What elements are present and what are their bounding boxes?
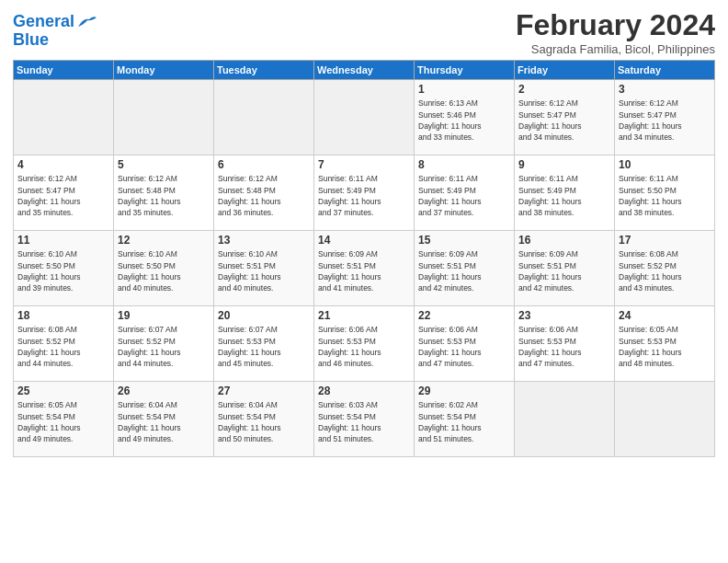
header-thursday: Thursday xyxy=(415,61,515,80)
day-info: Sunrise: 6:07 AM Sunset: 5:52 PM Dayligh… xyxy=(118,324,210,369)
day-number: 14 xyxy=(318,234,410,247)
day-info: Sunrise: 6:09 AM Sunset: 5:51 PM Dayligh… xyxy=(418,248,510,293)
day-number: 24 xyxy=(619,309,711,322)
table-row: 21Sunrise: 6:06 AM Sunset: 5:53 PM Dayli… xyxy=(314,306,415,382)
day-number: 6 xyxy=(218,158,310,171)
day-info: Sunrise: 6:12 AM Sunset: 5:47 PM Dayligh… xyxy=(619,98,711,143)
logo-bird-icon xyxy=(76,14,97,30)
day-info: Sunrise: 6:12 AM Sunset: 5:47 PM Dayligh… xyxy=(518,98,610,143)
day-number: 3 xyxy=(619,83,711,96)
calendar-title: February 2024 xyxy=(516,9,715,41)
table-row: 8Sunrise: 6:11 AM Sunset: 5:49 PM Daylig… xyxy=(415,155,515,231)
table-row: 18Sunrise: 6:08 AM Sunset: 5:52 PM Dayli… xyxy=(14,306,114,382)
table-row: 2Sunrise: 6:12 AM Sunset: 5:47 PM Daylig… xyxy=(515,80,615,155)
day-info: Sunrise: 6:12 AM Sunset: 5:48 PM Dayligh… xyxy=(218,173,310,218)
table-row: 14Sunrise: 6:09 AM Sunset: 5:51 PM Dayli… xyxy=(314,231,415,306)
header-friday: Friday xyxy=(515,61,615,80)
day-number: 20 xyxy=(218,309,310,322)
day-number: 18 xyxy=(17,309,109,322)
table-row: 17Sunrise: 6:08 AM Sunset: 5:52 PM Dayli… xyxy=(615,231,715,306)
day-info: Sunrise: 6:10 AM Sunset: 5:50 PM Dayligh… xyxy=(17,248,109,293)
table-row: 4Sunrise: 6:12 AM Sunset: 5:47 PM Daylig… xyxy=(14,155,114,231)
day-number: 1 xyxy=(418,83,510,96)
week-row-2: 11Sunrise: 6:10 AM Sunset: 5:50 PM Dayli… xyxy=(14,231,715,306)
day-number: 22 xyxy=(418,309,510,322)
table-row: 20Sunrise: 6:07 AM Sunset: 5:53 PM Dayli… xyxy=(214,306,314,382)
table-row: 28Sunrise: 6:03 AM Sunset: 5:54 PM Dayli… xyxy=(314,382,415,457)
calendar-page: General Blue February 2024 Sagrada Famil… xyxy=(0,0,728,563)
logo-text-2: Blue xyxy=(13,31,97,50)
header-row-days: Sunday Monday Tuesday Wednesday Thursday… xyxy=(14,61,715,80)
table-row: 24Sunrise: 6:05 AM Sunset: 5:53 PM Dayli… xyxy=(615,306,715,382)
week-row-3: 18Sunrise: 6:08 AM Sunset: 5:52 PM Dayli… xyxy=(14,306,715,382)
day-info: Sunrise: 6:09 AM Sunset: 5:51 PM Dayligh… xyxy=(518,248,610,293)
table-row xyxy=(515,382,615,457)
table-row: 26Sunrise: 6:04 AM Sunset: 5:54 PM Dayli… xyxy=(114,382,214,457)
table-row: 13Sunrise: 6:10 AM Sunset: 5:51 PM Dayli… xyxy=(214,231,314,306)
header-tuesday: Tuesday xyxy=(214,61,314,80)
day-info: Sunrise: 6:12 AM Sunset: 5:47 PM Dayligh… xyxy=(17,173,109,218)
day-info: Sunrise: 6:12 AM Sunset: 5:48 PM Dayligh… xyxy=(118,173,210,218)
day-info: Sunrise: 6:06 AM Sunset: 5:53 PM Dayligh… xyxy=(518,324,610,369)
logo: General Blue xyxy=(13,13,97,50)
day-number: 4 xyxy=(17,158,109,171)
day-number: 11 xyxy=(17,234,109,247)
day-info: Sunrise: 6:03 AM Sunset: 5:54 PM Dayligh… xyxy=(318,399,410,444)
day-info: Sunrise: 6:09 AM Sunset: 5:51 PM Dayligh… xyxy=(318,248,410,293)
day-number: 19 xyxy=(118,309,210,322)
table-row xyxy=(214,80,314,155)
header-row: General Blue February 2024 Sagrada Famil… xyxy=(13,9,715,56)
table-row xyxy=(114,80,214,155)
day-number: 15 xyxy=(418,234,510,247)
table-row: 3Sunrise: 6:12 AM Sunset: 5:47 PM Daylig… xyxy=(615,80,715,155)
day-number: 17 xyxy=(619,234,711,247)
table-row: 6Sunrise: 6:12 AM Sunset: 5:48 PM Daylig… xyxy=(214,155,314,231)
day-info: Sunrise: 6:08 AM Sunset: 5:52 PM Dayligh… xyxy=(17,324,109,369)
day-info: Sunrise: 6:05 AM Sunset: 5:54 PM Dayligh… xyxy=(17,399,109,444)
day-number: 26 xyxy=(118,385,210,397)
day-number: 7 xyxy=(318,158,410,171)
table-row: 15Sunrise: 6:09 AM Sunset: 5:51 PM Dayli… xyxy=(415,231,515,306)
table-row: 23Sunrise: 6:06 AM Sunset: 5:53 PM Dayli… xyxy=(515,306,615,382)
table-row: 7Sunrise: 6:11 AM Sunset: 5:49 PM Daylig… xyxy=(314,155,415,231)
title-block: February 2024 Sagrada Familia, Bicol, Ph… xyxy=(516,9,715,56)
day-info: Sunrise: 6:04 AM Sunset: 5:54 PM Dayligh… xyxy=(118,399,210,444)
day-info: Sunrise: 6:11 AM Sunset: 5:49 PM Dayligh… xyxy=(518,173,610,218)
day-number: 10 xyxy=(619,158,711,171)
table-row: 5Sunrise: 6:12 AM Sunset: 5:48 PM Daylig… xyxy=(114,155,214,231)
day-info: Sunrise: 6:11 AM Sunset: 5:50 PM Dayligh… xyxy=(619,173,711,218)
day-number: 21 xyxy=(318,309,410,322)
table-row: 10Sunrise: 6:11 AM Sunset: 5:50 PM Dayli… xyxy=(615,155,715,231)
day-number: 9 xyxy=(518,158,610,171)
day-number: 13 xyxy=(218,234,310,247)
table-row xyxy=(615,382,715,457)
day-number: 25 xyxy=(17,385,109,397)
table-row: 12Sunrise: 6:10 AM Sunset: 5:50 PM Dayli… xyxy=(114,231,214,306)
day-number: 8 xyxy=(418,158,510,171)
header-sunday: Sunday xyxy=(14,61,114,80)
day-number: 23 xyxy=(518,309,610,322)
day-info: Sunrise: 6:06 AM Sunset: 5:53 PM Dayligh… xyxy=(418,324,510,369)
table-row: 1Sunrise: 6:13 AM Sunset: 5:46 PM Daylig… xyxy=(415,80,515,155)
table-row: 29Sunrise: 6:02 AM Sunset: 5:54 PM Dayli… xyxy=(415,382,515,457)
day-info: Sunrise: 6:11 AM Sunset: 5:49 PM Dayligh… xyxy=(318,173,410,218)
day-info: Sunrise: 6:07 AM Sunset: 5:53 PM Dayligh… xyxy=(218,324,310,369)
table-row: 11Sunrise: 6:10 AM Sunset: 5:50 PM Dayli… xyxy=(14,231,114,306)
table-row xyxy=(314,80,415,155)
header-wednesday: Wednesday xyxy=(314,61,415,80)
week-row-1: 4Sunrise: 6:12 AM Sunset: 5:47 PM Daylig… xyxy=(14,155,715,231)
day-info: Sunrise: 6:02 AM Sunset: 5:54 PM Dayligh… xyxy=(418,399,510,444)
day-number: 27 xyxy=(218,385,310,397)
table-row: 9Sunrise: 6:11 AM Sunset: 5:49 PM Daylig… xyxy=(515,155,615,231)
logo-text: General xyxy=(13,13,74,31)
day-number: 5 xyxy=(118,158,210,171)
day-info: Sunrise: 6:08 AM Sunset: 5:52 PM Dayligh… xyxy=(619,248,711,293)
day-number: 12 xyxy=(118,234,210,247)
calendar-body: 1Sunrise: 6:13 AM Sunset: 5:46 PM Daylig… xyxy=(14,80,715,457)
day-info: Sunrise: 6:10 AM Sunset: 5:50 PM Dayligh… xyxy=(118,248,210,293)
day-number: 16 xyxy=(518,234,610,247)
day-info: Sunrise: 6:11 AM Sunset: 5:49 PM Dayligh… xyxy=(418,173,510,218)
week-row-4: 25Sunrise: 6:05 AM Sunset: 5:54 PM Dayli… xyxy=(14,382,715,457)
day-info: Sunrise: 6:05 AM Sunset: 5:53 PM Dayligh… xyxy=(619,324,711,369)
week-row-0: 1Sunrise: 6:13 AM Sunset: 5:46 PM Daylig… xyxy=(14,80,715,155)
